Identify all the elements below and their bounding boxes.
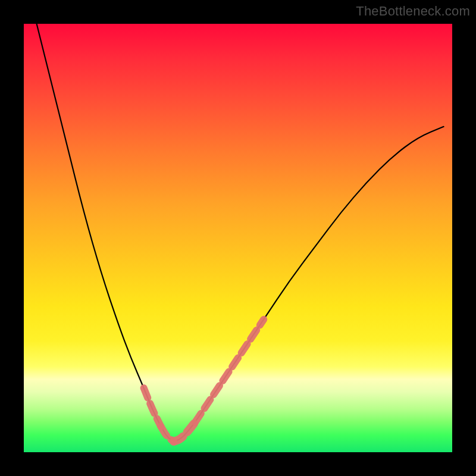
plot-area (24, 24, 452, 452)
emphasis-bottom (174, 422, 195, 441)
watermark-text: TheBottleneck.com (356, 4, 470, 19)
chart-frame: TheBottleneck.com (0, 0, 476, 476)
emphasis-right (195, 320, 264, 422)
curve-path (37, 24, 444, 441)
bottleneck-curve (24, 24, 452, 452)
emphasis-left-upper (144, 388, 161, 427)
